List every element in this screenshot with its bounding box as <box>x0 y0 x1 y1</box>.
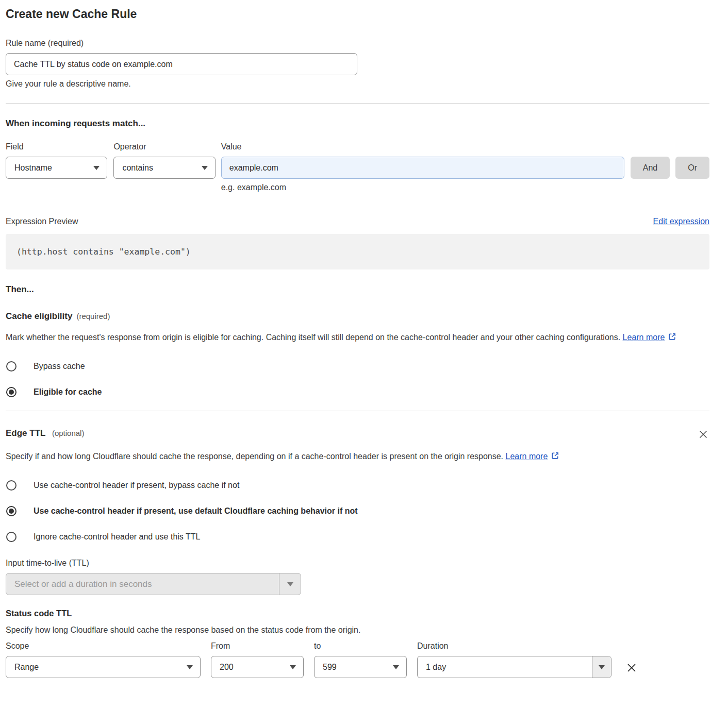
operator-column: Operator contains <box>113 142 215 179</box>
duration-select[interactable]: 1 day <box>417 656 611 678</box>
expression-preview-label: Expression Preview <box>6 217 78 226</box>
edge-ttl-heading-group: Edge TTL (optional) <box>6 428 84 438</box>
radio-option-ignore-cc[interactable]: Ignore cache-control header and use this… <box>6 532 709 542</box>
radio-unchecked-icon[interactable] <box>6 361 16 372</box>
then-heading: Then... <box>6 284 709 295</box>
radio-option-label: Eligible for cache <box>34 387 102 397</box>
rule-name-input[interactable] <box>6 53 357 75</box>
cache-eligibility-qualifier: (required) <box>76 312 110 320</box>
ttl-duration-caret-button[interactable] <box>279 573 301 595</box>
and-button[interactable]: And <box>631 157 670 179</box>
expression-header: Expression Preview Edit expression <box>6 217 709 226</box>
cache-eligibility-description: Mark whether the request's response from… <box>6 330 699 346</box>
chevron-down-icon <box>393 665 399 669</box>
radio-checked-icon[interactable] <box>6 506 16 516</box>
ttl-input-label: Input time-to-live (TTL) <box>6 559 709 568</box>
rule-name-label: Rule name (required) <box>6 39 709 48</box>
edge-ttl-description: Specify if and how long Cloudflare shoul… <box>6 449 573 465</box>
edge-ttl-description-text: Specify if and how long Cloudflare shoul… <box>6 452 503 461</box>
from-label: From <box>211 642 304 651</box>
scope-select[interactable]: Range <box>6 656 201 678</box>
remove-row-wrap <box>611 642 638 676</box>
duration-label: Duration <box>417 642 611 651</box>
edit-expression-link[interactable]: Edit expression <box>653 217 709 226</box>
field-column: Field Hostname <box>6 142 107 179</box>
to-select[interactable]: 599 <box>314 656 407 678</box>
field-select[interactable]: Hostname <box>6 157 107 179</box>
ttl-duration-select[interactable]: Select or add a duration in seconds <box>6 573 301 595</box>
expression-code-block: (http.host contains "example.com") <box>6 234 709 269</box>
scope-select-value: Range <box>14 663 39 672</box>
duration-column: Duration 1 day <box>417 642 611 678</box>
external-link-icon <box>668 331 676 346</box>
external-link-icon <box>551 450 559 465</box>
operator-label: Operator <box>113 142 215 151</box>
edge-ttl-header: Edge TTL (optional) <box>6 428 709 441</box>
to-label: to <box>314 642 407 651</box>
rule-name-helper: Give your rule a descriptive name. <box>6 79 709 89</box>
edge-ttl-heading: Edge TTL <box>6 428 45 438</box>
scope-column: Scope Range <box>6 642 201 678</box>
create-cache-rule-form: Create new Cache Rule Rule name (require… <box>6 7 709 678</box>
value-column: Value e.g. example.com <box>221 142 624 192</box>
field-select-value: Hostname <box>14 163 52 173</box>
close-icon <box>626 662 637 673</box>
radio-option-eligible-for-cache[interactable]: Eligible for cache <box>6 387 709 397</box>
edge-ttl-qualifier: (optional) <box>52 429 85 437</box>
value-label: Value <box>221 142 624 151</box>
edge-ttl-learn-more-link[interactable]: Learn more <box>506 452 548 461</box>
value-input[interactable] <box>221 157 624 179</box>
or-button[interactable]: Or <box>675 157 709 179</box>
match-heading: When incoming requests match... <box>6 119 709 129</box>
rule-name-group: Rule name (required) Give your rule a de… <box>6 39 709 89</box>
radio-option-label: Ignore cache-control header and use this… <box>34 532 200 542</box>
cache-eligibility-header: Cache eligibility (required) <box>6 311 709 322</box>
chevron-down-icon <box>599 665 605 669</box>
value-helper: e.g. example.com <box>221 183 624 192</box>
section-divider <box>6 104 709 104</box>
from-column: From 200 <box>211 642 304 678</box>
cache-eligibility-learn-more-link[interactable]: Learn more <box>623 333 665 342</box>
radio-option-label: Use cache-control header if present, use… <box>34 507 358 516</box>
chevron-down-icon <box>187 665 193 669</box>
from-select-value: 200 <box>220 663 234 672</box>
field-label: Field <box>6 142 107 151</box>
from-select[interactable]: 200 <box>211 656 304 678</box>
close-icon <box>698 429 708 440</box>
ttl-duration-placeholder: Select or add a duration in seconds <box>6 573 279 595</box>
remove-status-ttl-button[interactable] <box>625 661 638 674</box>
radio-option-cc-bypass[interactable]: Use cache-control header if present, byp… <box>6 480 709 491</box>
or-button-wrap: Or <box>675 142 709 179</box>
radio-checked-icon[interactable] <box>6 387 16 397</box>
duration-select-value: 1 day <box>418 656 592 678</box>
radio-option-bypass-cache[interactable]: Bypass cache <box>6 361 709 372</box>
chevron-down-icon <box>290 665 296 669</box>
page-title: Create new Cache Rule <box>6 7 709 21</box>
condition-row: Field Hostname Operator contains Value e… <box>6 142 709 192</box>
chevron-down-icon <box>202 166 208 170</box>
duration-caret-button[interactable] <box>592 656 611 678</box>
status-code-ttl-row: Scope Range From 200 to 599 Duration <box>6 642 709 678</box>
chevron-down-icon <box>287 582 293 586</box>
chevron-down-icon <box>93 166 100 170</box>
to-select-value: 599 <box>323 663 337 672</box>
radio-option-cc-default[interactable]: Use cache-control header if present, use… <box>6 506 709 516</box>
scope-label: Scope <box>6 642 201 651</box>
cache-eligibility-heading: Cache eligibility <box>6 311 72 322</box>
and-button-wrap: And <box>631 142 670 179</box>
operator-select-value: contains <box>122 163 153 173</box>
to-column: to 599 <box>314 642 407 678</box>
operator-select[interactable]: contains <box>113 157 215 179</box>
status-code-ttl-description: Specify how long Cloudflare should cache… <box>6 626 709 635</box>
edge-ttl-close-button[interactable] <box>697 428 709 441</box>
section-divider <box>6 411 709 411</box>
radio-unchecked-icon[interactable] <box>6 480 16 491</box>
radio-unchecked-icon[interactable] <box>6 532 16 542</box>
radio-option-label: Use cache-control header if present, byp… <box>34 481 239 490</box>
cache-eligibility-description-text: Mark whether the request's response from… <box>6 333 620 342</box>
radio-option-label: Bypass cache <box>34 362 85 371</box>
status-code-ttl-heading: Status code TTL <box>6 609 709 618</box>
